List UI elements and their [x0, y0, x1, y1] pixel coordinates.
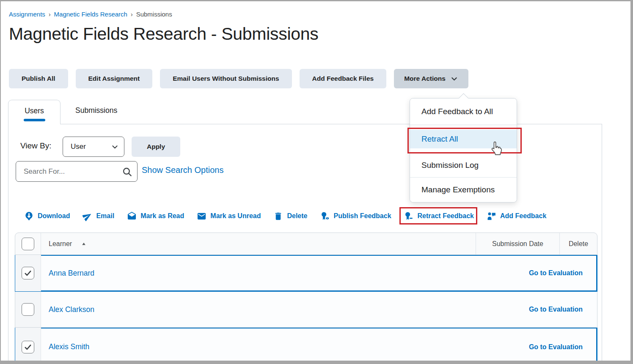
tab-users[interactable]: Users [8, 100, 61, 124]
add-feedback-label: Add Feedback [500, 212, 546, 220]
menu-item-manage-exemptions[interactable]: Manage Exemptions [410, 178, 517, 202]
retract-feedback-action[interactable]: Retract Feedback [404, 211, 474, 221]
delete-label: Delete [287, 212, 307, 220]
mark-as-read-action[interactable]: Mark as Read [127, 211, 184, 221]
learner-name-link[interactable]: Alexis Smith [41, 328, 597, 364]
row-checkbox-cell [15, 292, 41, 327]
go-to-evaluation-link[interactable]: Go to Evaluation [529, 269, 583, 277]
table-row: Alexis Smith Go to Evaluation [15, 328, 597, 364]
tab-submissions[interactable]: Submissions [75, 106, 117, 115]
more-actions-menu: Add Feedback to All Retract All Submissi… [410, 98, 517, 203]
menu-item-retract-all[interactable]: Retract All [410, 125, 517, 153]
select-all-checkbox[interactable] [22, 238, 34, 250]
header-submission-date-label: Submission Date [492, 240, 543, 248]
person-chat-icon [487, 211, 496, 221]
table-header-row: Learner Submission Date Delete [15, 233, 597, 255]
header-checkbox-cell [15, 233, 41, 255]
retract-feedback-label: Retract Feedback [418, 212, 474, 220]
breadcrumb-link-assignments[interactable]: Assignments [9, 11, 45, 18]
breadcrumb-separator: › [131, 11, 133, 18]
more-actions-label: More Actions [404, 75, 446, 82]
ribbon-eye-icon [320, 211, 330, 221]
active-tab-indicator [24, 119, 45, 121]
chevron-down-icon [111, 143, 119, 151]
row-checkbox[interactable] [22, 341, 34, 353]
menu-item-retract-all-label: Retract All [421, 134, 458, 144]
mark-as-unread-action[interactable]: Mark as Unread [197, 211, 261, 221]
breadcrumb-link-assignment[interactable]: Magnetic Fields Research [54, 11, 127, 18]
go-to-evaluation-link[interactable]: Go to Evaluation [529, 343, 583, 351]
row-checkbox-cell [15, 255, 41, 291]
email-users-without-submissions-button[interactable]: Email Users Without Submissions [160, 69, 292, 88]
learner-name-link[interactable]: Alex Clarkson [41, 292, 597, 327]
download-action[interactable]: Download [24, 211, 70, 221]
add-feedback-action[interactable]: Add Feedback [487, 211, 546, 221]
edit-assignment-button[interactable]: Edit Assignment [76, 69, 153, 88]
header-submission-date: Submission Date [476, 233, 560, 255]
search-box [16, 161, 138, 182]
delete-action[interactable]: Delete [273, 211, 307, 221]
breadcrumb-separator: › [49, 11, 51, 18]
row-checkbox[interactable] [22, 267, 34, 279]
learner-name-link[interactable]: Anna Bernard [41, 255, 597, 291]
mark-as-read-label: Mark as Read [140, 212, 184, 220]
publish-feedback-label: Publish Feedback [334, 212, 391, 220]
page-title: Magnetic Fields Research - Submissions [9, 24, 318, 44]
go-to-evaluation-link[interactable]: Go to Evaluation [529, 306, 583, 313]
view-by-select[interactable]: User [63, 137, 124, 157]
open-envelope-icon [127, 211, 137, 221]
menu-item-submission-log[interactable]: Submission Log [410, 153, 517, 178]
trash-icon [273, 211, 283, 221]
email-label: Email [96, 212, 114, 220]
show-search-options-link[interactable]: Show Search Options [142, 165, 223, 175]
header-learner-label: Learner [49, 240, 72, 248]
chevron-down-icon [450, 75, 458, 83]
view-by-label: View By: [20, 141, 52, 151]
header-delete: Delete [560, 233, 597, 255]
search-input[interactable] [16, 161, 137, 181]
email-action[interactable]: Email [83, 211, 114, 221]
tab-users-label: Users [8, 107, 60, 115]
view-by-selected-value: User [63, 142, 86, 151]
publish-feedback-action[interactable]: Publish Feedback [320, 211, 391, 221]
row-checkbox-cell [15, 328, 41, 364]
menu-item-add-feedback-to-all[interactable]: Add Feedback to All [410, 99, 517, 125]
toolbar: Publish All Edit Assignment Email Users … [9, 69, 468, 88]
send-icon [83, 211, 92, 221]
sort-ascending-icon [81, 241, 86, 246]
download-icon [24, 211, 34, 221]
header-learner[interactable]: Learner [41, 233, 476, 255]
submissions-table: Learner Submission Date Delete Anna Bern… [15, 233, 597, 364]
apply-button[interactable]: Apply [132, 137, 180, 157]
actions-bar: Download Email Mark as Read Mark as Unre… [24, 208, 546, 224]
breadcrumb: Assignments › Magnetic Fields Research ›… [9, 11, 172, 18]
closed-envelope-icon [197, 211, 206, 221]
search-icon[interactable] [122, 167, 132, 177]
add-feedback-files-button[interactable]: Add Feedback Files [300, 69, 387, 88]
more-actions-button[interactable]: More Actions [394, 69, 468, 88]
publish-all-button[interactable]: Publish All [9, 69, 68, 88]
table-row: Anna Bernard Go to Evaluation [15, 255, 597, 292]
download-label: Download [38, 212, 70, 220]
row-checkbox[interactable] [22, 303, 34, 316]
ribbon-minus-icon [404, 211, 414, 221]
mark-as-unread-label: Mark as Unread [210, 212, 261, 220]
breadcrumb-current: Submissions [136, 11, 172, 18]
header-delete-label: Delete [569, 240, 588, 248]
table-row: Alex Clarkson Go to Evaluation [15, 292, 597, 328]
